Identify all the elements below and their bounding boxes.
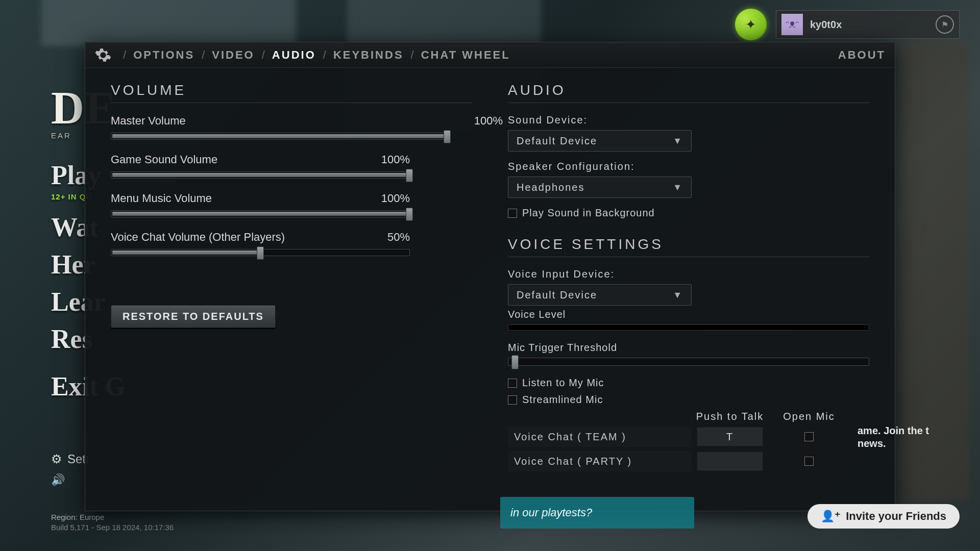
ptt-column-header: Push to Talk	[692, 411, 768, 422]
audio-title: AUDIO	[508, 82, 869, 98]
gear-icon[interactable]	[94, 46, 112, 64]
listen-mic-checkbox[interactable]	[508, 379, 517, 388]
playtest-banner[interactable]: in our playtests?	[500, 497, 694, 529]
coin-icon: ✦	[745, 17, 756, 33]
volume-title: VOLUME	[111, 82, 472, 98]
invite-friends-label: Invite your Friends	[846, 510, 946, 523]
tab-video[interactable]: VIDEO	[212, 48, 254, 62]
play-sound-bg-checkbox[interactable]	[508, 209, 517, 218]
voice-input-value: Default Device	[517, 289, 597, 301]
game-volume-slider[interactable]	[111, 171, 410, 179]
master-volume-label: Master Volume	[111, 114, 186, 128]
flag-icon: ⚑	[941, 20, 948, 30]
tab-about[interactable]: ABOUT	[838, 48, 886, 62]
volume-section: VOLUME Master Volume 100% Game Sound Vol…	[111, 82, 472, 471]
speaker-config-select[interactable]: Headphones ▼	[508, 177, 692, 198]
divider	[508, 103, 869, 103]
voice-input-label: Voice Input Device:	[508, 268, 869, 280]
listen-mic-label: Listen to My Mic	[522, 377, 604, 389]
chevron-down-icon: ▼	[673, 290, 683, 300]
game-volume-label: Game Sound Volume	[111, 153, 217, 166]
sound-device-select[interactable]: Default Device ▼	[508, 130, 692, 152]
tab-keybinds[interactable]: KEYBINDS	[333, 48, 404, 62]
voice-volume-label: Voice Chat Volume (Other Players)	[111, 231, 285, 244]
voice-team-label: Voice Chat ( TEAM )	[508, 427, 692, 447]
sound-device-value: Default Device	[517, 135, 597, 147]
menu-volume-slider[interactable]	[111, 210, 410, 217]
streamlined-mic-checkbox[interactable]	[508, 395, 517, 405]
speaker-config-label: Speaker Configuration:	[508, 161, 869, 172]
gear-icon: ⚙	[51, 452, 62, 466]
menu-volume-value: 100%	[381, 192, 410, 205]
user-panel[interactable]: ᵔᴥᵔ ky0t0x ⚑	[776, 10, 960, 39]
voice-title: VOICE SETTINGS	[508, 236, 869, 253]
settings-panel: / OPTIONS / VIDEO / AUDIO / KEYBINDS / C…	[85, 42, 895, 511]
build-info: Build 5,171 - Sep 18 2024, 10:17:36	[51, 523, 174, 532]
chevron-down-icon: ▼	[673, 182, 683, 193]
speaker-icon: 🔊	[51, 473, 65, 486]
voice-level-meter	[508, 324, 869, 331]
sound-device-label: Sound Device:	[508, 114, 869, 126]
openmic-column-header: Open Mic	[768, 411, 850, 422]
game-volume-value: 100%	[381, 153, 410, 166]
news-blurb: ame. Join the t news.	[857, 424, 954, 450]
currency-button[interactable]: ✦	[735, 9, 767, 40]
chevron-down-icon: ▼	[673, 136, 683, 146]
voice-team-openmic-checkbox[interactable]	[804, 432, 814, 441]
region-info: Region: Europe	[51, 513, 104, 521]
background-blob	[41, 0, 296, 46]
mute-toggle[interactable]: 🔊	[51, 473, 65, 487]
master-volume-value: 100%	[474, 114, 503, 128]
divider	[508, 257, 869, 257]
avatar: ᵔᴥᵔ	[781, 14, 803, 35]
voice-party-key[interactable]	[697, 452, 763, 471]
tab-chat-wheel[interactable]: CHAT WHEEL	[421, 48, 510, 62]
tab-audio[interactable]: AUDIO	[272, 48, 316, 62]
voice-team-key[interactable]: T	[697, 427, 763, 446]
mic-threshold-slider[interactable]	[508, 358, 869, 366]
master-volume-slider[interactable]	[111, 133, 448, 140]
menu-volume-label: Menu Music Volume	[111, 192, 212, 205]
settings-tabbar: / OPTIONS / VIDEO / AUDIO / KEYBINDS / C…	[85, 42, 895, 68]
tab-options[interactable]: OPTIONS	[133, 48, 194, 62]
invite-friends-button[interactable]: 👤⁺ Invite your Friends	[807, 504, 960, 529]
divider	[111, 103, 472, 103]
sidebar-item-settings[interactable]: ⚙ Sett	[51, 452, 89, 466]
voice-input-select[interactable]: Default Device ▼	[508, 284, 692, 306]
voice-volume-slider[interactable]	[111, 249, 410, 256]
play-sound-bg-label: Play Sound in Background	[522, 207, 655, 219]
username: ky0t0x	[810, 19, 842, 31]
restore-defaults-button[interactable]: RESTORE TO DEFAULTS	[111, 305, 276, 328]
voice-level-label: Voice Level	[508, 309, 869, 320]
voice-volume-value: 50%	[387, 231, 410, 244]
report-button[interactable]: ⚑	[936, 15, 954, 34]
streamlined-mic-label: Streamlined Mic	[522, 394, 603, 406]
audio-section: AUDIO Sound Device: Default Device ▼ Spe…	[508, 82, 869, 471]
speaker-config-value: Headphones	[517, 182, 584, 193]
voice-party-label: Voice Chat ( PARTY )	[508, 451, 692, 471]
voice-party-openmic-checkbox[interactable]	[804, 457, 814, 466]
mic-threshold-label: Mic Trigger Threshold	[508, 342, 869, 354]
user-plus-icon: 👤⁺	[821, 510, 841, 523]
